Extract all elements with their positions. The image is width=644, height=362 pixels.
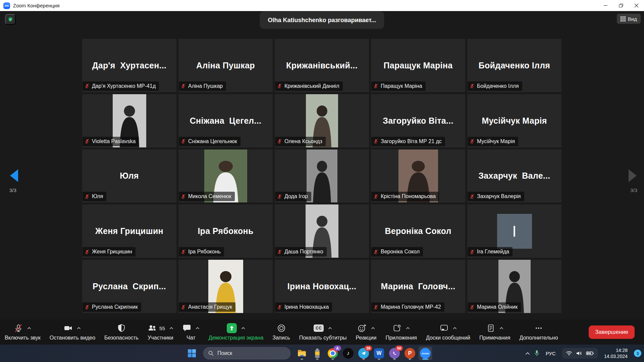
battery-charging-icon — [586, 351, 594, 356]
stop-video-button[interactable]: Остановить видео — [50, 323, 95, 341]
chevron-up-icon[interactable] — [241, 327, 245, 329]
participant-tile[interactable]: Вероніка Сокол Вероніка Сокол — [371, 204, 465, 258]
participant-tile[interactable]: Даша Портянко — [275, 204, 369, 258]
share-screen-button[interactable]: Демонстрация экрана — [209, 323, 264, 341]
chevron-up-icon[interactable] — [406, 327, 410, 329]
participant-tile[interactable]: Крістіна Пономарьова — [371, 149, 465, 203]
participant-tile[interactable]: Загоруйко Віта... Загоруйко Віта МР 21 д… — [371, 94, 465, 147]
tray-quick-settings[interactable] — [562, 348, 598, 359]
clock[interactable]: 14:28 14.03.2024 — [602, 347, 630, 360]
chevron-up-icon[interactable] — [27, 327, 31, 329]
participant-label-text: Даша Портянко — [284, 249, 323, 255]
chevron-up-icon[interactable] — [499, 327, 503, 329]
notes-icon — [486, 324, 495, 333]
captions-button[interactable]: CC Показать субтитры — [299, 323, 347, 341]
reactions-button[interactable]: Реакции — [356, 323, 377, 341]
participant-tile[interactable]: Violetta Paslavska — [82, 94, 176, 147]
participant-tile[interactable]: Іра Рябоконь Іра Рябоконь — [178, 204, 273, 258]
participant-tile[interactable]: Крижанівський... Крижанівський Даниіл — [275, 39, 369, 92]
wifi-icon — [566, 351, 572, 356]
participant-tile[interactable]: Марина Олійник — [467, 260, 561, 313]
tray-microphone-button[interactable] — [534, 350, 539, 357]
mic-muted-icon — [85, 305, 90, 310]
word-app[interactable]: W — [372, 347, 386, 360]
chevron-up-icon[interactable] — [169, 327, 173, 329]
participant-tile[interactable]: Дар'я Хуртасен... Дар'я Хуртасенко МР-41… — [82, 39, 176, 92]
zoom-app-icon: zm — [3, 2, 10, 9]
telegram-app[interactable]: 39 — [357, 347, 370, 360]
chrome-badge: A — [334, 346, 341, 351]
participant-label: Даша Портянко — [275, 247, 327, 256]
participant-tile[interactable]: Женя Грицишин Женя Грицишин — [82, 204, 176, 258]
previous-page-arrow[interactable] — [8, 169, 19, 184]
tray-overflow-button[interactable] — [525, 352, 530, 355]
active-speaker-banner: Olha Katiushchenko разговаривает... — [260, 11, 384, 29]
chat-button[interactable]: Чат — [182, 323, 200, 341]
participant-tile[interactable]: Олена Ксьондз — [275, 94, 369, 147]
notes-button[interactable]: Примечания — [479, 323, 510, 341]
participant-tile[interactable]: I Ira Глемейда — [467, 204, 561, 258]
mic-muted-icon — [85, 194, 90, 199]
whiteboard-icon — [440, 324, 448, 333]
viber-app[interactable]: 50 — [388, 347, 401, 360]
chevron-up-icon[interactable] — [371, 327, 375, 329]
participant-tile[interactable]: Микола Семенюк — [178, 149, 273, 203]
more-button[interactable]: Дополнительно — [519, 323, 558, 341]
participant-tile[interactable]: Аліна Пушкар Аліна Пушкар — [178, 39, 273, 92]
participant-tile[interactable]: Юля Юля — [82, 149, 176, 203]
search-placeholder: Поиск — [217, 350, 232, 356]
start-button[interactable] — [185, 347, 199, 360]
chevron-up-icon[interactable] — [196, 327, 200, 329]
participant-label-text: Олена Ксьондз — [284, 138, 322, 144]
security-button[interactable]: Безопасность — [104, 323, 139, 341]
participant-tile[interactable]: Ірина Новохац... Ірина Новохацька — [275, 260, 369, 313]
system-tray: РУС 14:28 14.03.2024 3 — [525, 345, 641, 362]
record-button[interactable]: Запись — [272, 323, 290, 341]
minimize-button[interactable] — [598, 0, 613, 11]
restore-button[interactable] — [613, 0, 629, 11]
participant-tile[interactable]: Анастасія Грищук — [178, 260, 273, 313]
battery-icon — [315, 348, 320, 358]
participant-tile[interactable]: Марина Головч... Марина Головчук МР-42 — [371, 260, 465, 313]
chrome-app[interactable]: A — [326, 347, 339, 360]
taskbar-search[interactable]: Поиск — [203, 347, 290, 359]
participant-label-text: Ірина Новохацька — [284, 304, 329, 310]
zoom-toolbar: Включить звук Остановить видео Безопасно… — [0, 319, 644, 345]
notification-count-badge[interactable]: 3 — [634, 350, 641, 357]
mic-muted-icon — [85, 249, 90, 254]
next-page-arrow[interactable] — [627, 169, 639, 184]
view-button[interactable]: Вид — [617, 14, 641, 24]
apps-button[interactable]: Приложения — [385, 323, 417, 341]
file-explorer-app[interactable] — [295, 347, 309, 360]
security-shield-button[interactable] — [5, 14, 16, 25]
powerpoint-app[interactable]: P — [403, 347, 417, 360]
participant-tile[interactable]: Дода Ігор — [275, 149, 369, 203]
zoom-app[interactable]: zoom — [419, 347, 432, 360]
windows-taskbar: Поиск A ♪ — [0, 345, 644, 362]
tiktok-app[interactable]: ♪ — [341, 347, 355, 360]
grid-view-icon — [621, 16, 626, 21]
participants-button[interactable]: 55 Участники — [148, 323, 173, 341]
participant-tile[interactable]: Руслана Скрип... Руслана Скрипник — [82, 260, 176, 313]
language-indicator[interactable]: РУС — [544, 350, 558, 357]
participant-label: Марина Головчук МР-42 — [371, 302, 444, 312]
whiteboards-button[interactable]: Доски сообщений — [426, 323, 470, 341]
participant-label: Микола Семенюк — [179, 192, 235, 201]
participant-tile[interactable]: Захарчук Вале... Захарчук Валерія — [467, 149, 561, 203]
battery-app[interactable] — [311, 347, 324, 360]
end-meeting-button[interactable]: Завершение — [589, 325, 635, 339]
chevron-up-icon[interactable] — [328, 327, 332, 329]
close-button[interactable] — [629, 0, 644, 11]
running-indicator — [393, 359, 396, 360]
participant-tile[interactable]: Мусійчук Марія Мусійчук Марія — [467, 94, 561, 147]
window-title: Zoom Конференция — [13, 3, 60, 8]
participant-tile[interactable]: Бойдаченко Ілля Бойдаченко Ілля — [467, 39, 561, 92]
participant-tile[interactable]: Сніжана Цегел... Сніжана Цегельнюк — [178, 94, 273, 147]
participant-label: Паращук Маріна — [371, 81, 426, 91]
chevron-up-icon[interactable] — [453, 327, 457, 329]
participant-tile[interactable]: Паращук Маріна Паращук Маріна — [371, 39, 465, 92]
unmute-button[interactable]: Включить звук — [5, 323, 41, 341]
participant-label-text: Крижанівський Даниіл — [284, 83, 339, 89]
window-titlebar: zm Zoom Конференция — [0, 0, 644, 11]
chevron-up-icon[interactable] — [77, 327, 81, 329]
